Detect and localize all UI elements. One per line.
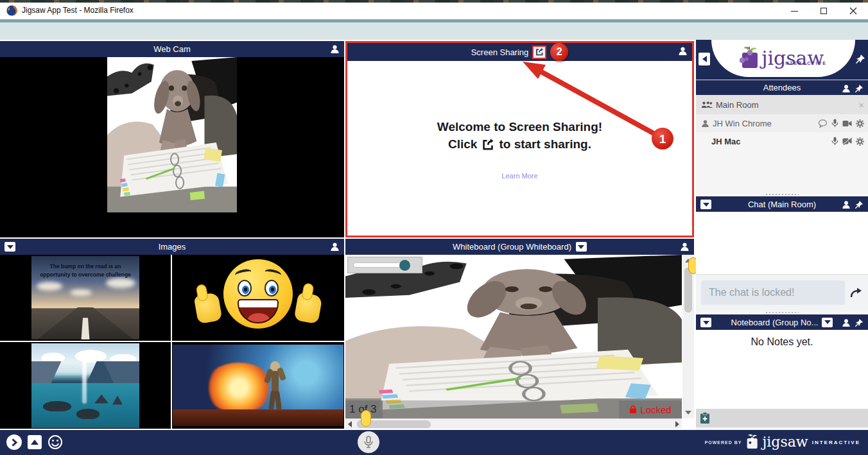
chevron-left-icon [702, 56, 707, 62]
person-icon[interactable] [842, 84, 851, 93]
noteboard-title: Noteboard (Group No... [731, 318, 819, 327]
person-icon[interactable] [330, 242, 340, 252]
image-thumbnail-emoji[interactable] [172, 255, 344, 341]
room-row[interactable]: Main Room × [696, 95, 868, 114]
camera-muted-icon[interactable] [842, 137, 852, 145]
minimize-button[interactable] [779, 3, 809, 19]
screen-sharing-header[interactable]: Screen Sharing 2 [347, 43, 692, 61]
pin-icon[interactable] [855, 318, 864, 327]
zoom-slider[interactable] [347, 257, 422, 273]
pin-icon[interactable] [855, 200, 864, 209]
learn-more-link[interactable]: Learn More [501, 172, 537, 180]
microphone-icon[interactable] [831, 137, 838, 146]
vertical-scroll-thumb[interactable] [684, 268, 692, 313]
thumbs-up-emoji-image [184, 257, 332, 339]
noteboard-menu-button[interactable] [700, 318, 711, 327]
horizontal-scrollbar[interactable] [345, 418, 682, 429]
powered-by-brand: POWERED BY jigsaw INTERACTIVE [705, 434, 860, 451]
person-icon[interactable] [842, 200, 851, 209]
add-note-icon[interactable] [700, 412, 710, 424]
window-title-bar: Jigsaw App Test - Mozilla Firefox [0, 3, 868, 19]
chevron-down-icon [703, 203, 709, 207]
room-name: Main Room [716, 100, 758, 110]
emoji-button[interactable] [48, 434, 63, 450]
share-screen-icon [482, 138, 494, 151]
camera-icon[interactable] [842, 120, 852, 127]
chat-messages-area [696, 212, 868, 275]
person-icon[interactable] [842, 318, 851, 327]
scroll-right-icon[interactable] [675, 421, 679, 427]
road-quote-image: The bump on the road is anopportunity to… [31, 256, 139, 339]
maximize-button[interactable] [809, 3, 838, 19]
logo-wordmark: jigsaw [761, 49, 824, 68]
chat-bubble-icon[interactable] [818, 119, 828, 128]
close-button[interactable] [838, 3, 868, 19]
image-thumbnail-road[interactable]: The bump on the road is anopportunity to… [0, 255, 171, 341]
noteboard-toolbar [696, 409, 868, 427]
start-sharing-button[interactable] [532, 46, 546, 59]
noteboard-group-select[interactable] [822, 318, 833, 327]
webcam-video [0, 57, 344, 237]
noteboard-empty-message: No Notes yet. [696, 330, 868, 409]
whiteboard-menu-button[interactable] [576, 242, 587, 252]
chat-input[interactable]: The chat is locked! [701, 280, 845, 305]
vertical-scrollbar[interactable] [682, 255, 694, 418]
window-title: Jigsaw App Test - Mozilla Firefox [22, 6, 134, 15]
dancing-groot-image [173, 345, 343, 426]
zoom-slider-handle[interactable] [399, 260, 410, 271]
attendee-row[interactable]: JH Win Chrome [696, 114, 868, 132]
sidebar-logo-band: jigsaw INTERACTIVE [696, 40, 868, 80]
attendee-row[interactable]: JH Mac [696, 132, 868, 150]
image-thumbnail-groot[interactable] [172, 342, 344, 429]
whiteboard-title: Whiteboard (Group Whiteboard) [453, 242, 571, 252]
person-icon [701, 119, 709, 128]
raise-panel-button[interactable] [28, 435, 42, 449]
firefox-icon [6, 5, 17, 16]
minimize-icon [791, 11, 798, 12]
scroll-down-icon[interactable] [685, 411, 691, 415]
images-panel: Images The bump on the road is anopportu… [0, 239, 344, 429]
attendee-name: JH Mac [711, 137, 741, 146]
jigsaw-puzzle-icon [740, 46, 759, 71]
close-room-icon[interactable]: × [858, 99, 864, 110]
person-icon[interactable] [678, 46, 688, 56]
screen-sharing-panel: Screen Sharing 2 Welcome to Screen Shari… [345, 41, 694, 237]
pin-icon[interactable] [855, 84, 864, 93]
attendee-name: JH Win Chrome [713, 119, 772, 128]
annotation-badge-2: 2 [550, 43, 568, 61]
chat-input-row: The chat is locked! [696, 275, 868, 311]
click-to-share-message: Click to start sharing. [448, 137, 591, 151]
maximize-icon [820, 8, 827, 14]
sidebar-collapse-button[interactable] [699, 53, 710, 65]
whiteboard-header[interactable]: Whiteboard (Group Whiteboard) [345, 239, 694, 255]
whiteboard-canvas[interactable]: 1 of 3 Locked [345, 255, 682, 418]
share-screen-icon [535, 47, 544, 56]
microphone-icon[interactable] [831, 119, 838, 128]
whiteboard-panel: Whiteboard (Group Whiteboard) 1 of 3 Loc… [345, 239, 694, 429]
send-icon[interactable] [850, 287, 863, 298]
images-header[interactable]: Images [0, 239, 344, 255]
webcam-header[interactable]: Web Cam [0, 41, 344, 57]
whiteboard-status-bar: 1 of 3 Locked [345, 400, 682, 418]
lock-icon [629, 405, 637, 414]
images-menu-button[interactable] [4, 242, 15, 252]
chat-header[interactable]: Chat (Main Room) [696, 196, 868, 212]
pin-icon[interactable] [855, 54, 865, 64]
noteboard-header[interactable]: Noteboard (Group No... [696, 314, 868, 330]
person-icon[interactable] [680, 242, 690, 252]
expand-tray-button[interactable] [6, 434, 22, 450]
person-icon[interactable] [330, 44, 340, 54]
attendee-list-empty-space [696, 150, 868, 193]
attendees-header[interactable]: Attendees [696, 80, 868, 95]
gear-icon[interactable] [856, 137, 864, 146]
welcome-message: Welcome to Screen Sharing! [437, 116, 602, 137]
microphone-button[interactable] [358, 431, 379, 453]
image-thumbnail-whales[interactable] [0, 342, 171, 429]
scroll-left-icon[interactable] [348, 421, 352, 427]
horizontal-scroll-thumb[interactable] [357, 420, 431, 428]
chevron-down-icon [824, 320, 831, 324]
gear-icon[interactable] [856, 119, 864, 128]
chat-menu-button[interactable] [700, 200, 711, 209]
locked-indicator: Locked [619, 400, 682, 418]
close-icon [849, 7, 857, 15]
